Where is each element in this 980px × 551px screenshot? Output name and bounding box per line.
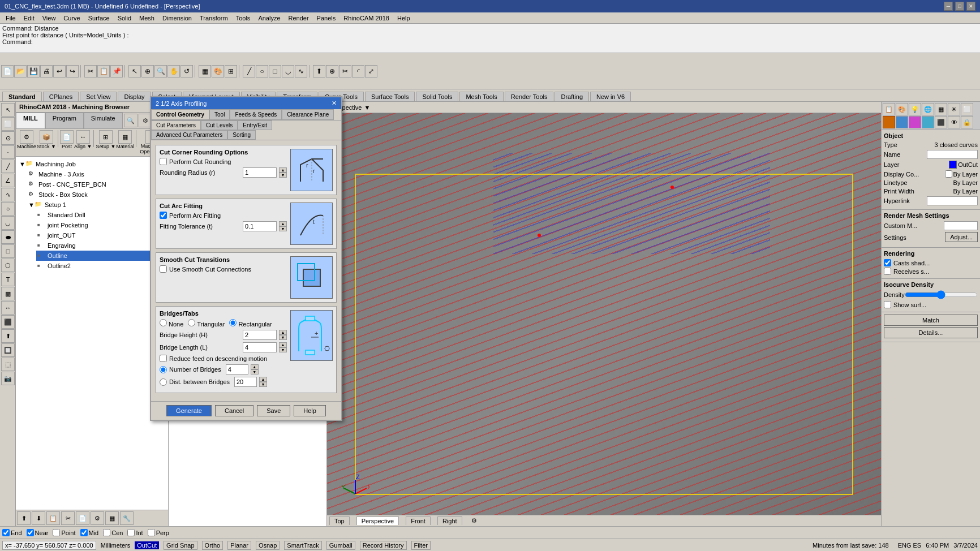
perspective-dropdown-icon[interactable]: ▼ bbox=[364, 104, 370, 111]
menu-help[interactable]: Help bbox=[394, 14, 414, 23]
menu-surface[interactable]: Surface bbox=[85, 14, 113, 23]
rcam-tab-simulate[interactable]: Simulate bbox=[84, 113, 123, 128]
tb-extrude[interactable]: ⬆ bbox=[313, 65, 325, 78]
setup-btn[interactable]: ⊞ bbox=[99, 130, 113, 144]
material-btn[interactable]: ▦ bbox=[118, 130, 132, 144]
stock-btn[interactable]: 📦 bbox=[40, 130, 53, 144]
vp-tab-front[interactable]: Front bbox=[406, 516, 431, 525]
match-button[interactable]: Match bbox=[884, 315, 978, 326]
post-btn[interactable]: 📄 bbox=[60, 130, 74, 144]
bh-spin-up[interactable]: ▲ bbox=[279, 330, 287, 335]
machine-btn[interactable]: ⚙ bbox=[20, 130, 33, 144]
snap-int-checkbox[interactable] bbox=[127, 529, 135, 536]
rcam-bottom-btn5[interactable]: 📄 bbox=[76, 511, 89, 525]
lv-dim[interactable]: ↔ bbox=[1, 301, 15, 315]
perform-rounding-checkbox[interactable] bbox=[160, 158, 167, 165]
rcam-search-btn[interactable]: 🔍 bbox=[124, 114, 137, 127]
rp-eye-icon[interactable]: 👁 bbox=[948, 116, 960, 128]
cancel-button[interactable]: Cancel bbox=[215, 405, 253, 416]
bridge-length-input[interactable] bbox=[243, 342, 277, 352]
none-radio-label[interactable]: None bbox=[160, 319, 183, 328]
vp-tab-top[interactable]: Top bbox=[329, 516, 350, 525]
tb-undo[interactable]: ↩ bbox=[53, 65, 66, 78]
show-surface-checkbox[interactable] bbox=[884, 301, 891, 308]
rp-properties-icon[interactable]: 📋 bbox=[883, 103, 895, 115]
nb-spin-up[interactable]: ▲ bbox=[251, 364, 259, 369]
tb-zoom-ext[interactable]: ⊕ bbox=[141, 65, 154, 78]
rp-color4-icon[interactable] bbox=[922, 116, 934, 128]
rp-color1-icon[interactable] bbox=[883, 116, 895, 128]
rounding-radius-input[interactable] bbox=[243, 167, 277, 178]
menu-view[interactable]: View bbox=[39, 14, 59, 23]
none-radio[interactable] bbox=[160, 319, 167, 326]
dlg-subtab-entry-exit[interactable]: Entry/Exit bbox=[238, 120, 272, 130]
rcam-tab-program[interactable]: Program bbox=[45, 113, 84, 128]
tb-copy[interactable]: 📋 bbox=[97, 65, 110, 78]
tree-item-setup1[interactable]: ▼ Setup 1 bbox=[27, 200, 166, 210]
rcam-bottom-btn2[interactable]: ⬇ bbox=[32, 511, 45, 525]
rp-sun-icon[interactable]: ☀ bbox=[948, 103, 960, 115]
fit-spin-down[interactable]: ▼ bbox=[279, 226, 287, 231]
hyperlink-input[interactable] bbox=[927, 196, 978, 205]
rcam-bottom-btn8[interactable]: 🔧 bbox=[120, 511, 134, 525]
rp-env-icon[interactable]: 🌐 bbox=[922, 103, 934, 115]
lv-circle[interactable]: ○ bbox=[1, 202, 15, 216]
tb-pan[interactable]: ✋ bbox=[167, 65, 180, 78]
dlg-subtab-cut-params[interactable]: Cut Parameters bbox=[151, 120, 201, 130]
tb-new[interactable]: 📄 bbox=[1, 65, 14, 78]
lv-mesh[interactable]: ⬚ bbox=[1, 358, 15, 371]
lv-point[interactable]: · bbox=[1, 145, 15, 159]
lv-polyline[interactable]: ∠ bbox=[1, 174, 15, 187]
tree-item-engraving[interactable]: Engraving bbox=[36, 240, 166, 251]
tb-zoom-in[interactable]: 🔍 bbox=[154, 65, 167, 78]
snap-near-checkbox[interactable] bbox=[27, 529, 34, 536]
menu-curve[interactable]: Curve bbox=[60, 14, 83, 23]
name-input[interactable] bbox=[927, 150, 978, 159]
menu-rhinocam[interactable]: RhinoCAM 2018 bbox=[340, 14, 393, 23]
rp-lock-icon[interactable]: 🔒 bbox=[961, 116, 973, 128]
tab-mesh-tools[interactable]: Mesh Tools bbox=[459, 92, 503, 101]
rp-gradient-icon[interactable]: ⬛ bbox=[935, 116, 947, 128]
db-spin-down[interactable]: ▼ bbox=[259, 382, 267, 387]
tb-curve[interactable]: ∿ bbox=[295, 65, 307, 78]
snap-perp-checkbox[interactable] bbox=[148, 529, 155, 536]
display-color-by-layer-check[interactable] bbox=[945, 170, 952, 178]
smarttrack-toggle[interactable]: SmartTrack bbox=[284, 541, 321, 550]
tb-arc[interactable]: ◡ bbox=[282, 65, 294, 78]
viewport-canvas[interactable]: X Y Z bbox=[327, 113, 881, 515]
tab-render-tools[interactable]: Render Tools bbox=[505, 92, 554, 101]
lv-line[interactable]: ╱ bbox=[1, 160, 15, 173]
tab-solid-tools[interactable]: Solid Tools bbox=[416, 92, 458, 101]
lv-lasso[interactable]: ⊙ bbox=[1, 131, 15, 145]
tree-item-joint-pocketing[interactable]: joint Pocketing bbox=[36, 220, 166, 230]
filter-toggle[interactable]: Filter bbox=[411, 541, 431, 550]
tree-item-joint-out[interactable]: joint_OUT bbox=[36, 230, 166, 240]
tree-item-outline[interactable]: Outline bbox=[36, 251, 166, 261]
rcam-bottom-btn1[interactable]: ⬆ bbox=[17, 511, 31, 525]
lv-text[interactable]: T bbox=[1, 273, 15, 286]
lv-ellipse[interactable]: ⬬ bbox=[1, 230, 15, 244]
tb-paste[interactable]: 📌 bbox=[110, 65, 123, 78]
ortho-toggle[interactable]: Ortho bbox=[202, 541, 223, 550]
lv-surface[interactable]: ⬛ bbox=[1, 315, 15, 329]
snap-cen-checkbox[interactable] bbox=[103, 529, 110, 536]
rp-safe-frame-icon[interactable]: ⬜ bbox=[961, 103, 973, 115]
record-history-toggle[interactable]: Record History bbox=[360, 541, 407, 550]
tb-redo[interactable]: ↪ bbox=[66, 65, 79, 78]
menu-dimension[interactable]: Dimension bbox=[159, 14, 195, 23]
rcam-bottom-btn7[interactable]: ▦ bbox=[105, 511, 119, 525]
maximize-btn[interactable]: □ bbox=[955, 2, 964, 11]
tb-line[interactable]: ╱ bbox=[243, 65, 255, 78]
tb-rotate[interactable]: ↺ bbox=[180, 65, 193, 78]
spin-up[interactable]: ▲ bbox=[279, 167, 287, 173]
dlg-tab-tool[interactable]: Tool bbox=[209, 109, 230, 120]
dialog-title-bar[interactable]: 2 1/2 Axis Profiling ✕ bbox=[151, 97, 341, 109]
gumball-toggle[interactable]: Gumball bbox=[326, 541, 355, 550]
nb-spin-down[interactable]: ▼ bbox=[251, 369, 259, 374]
rp-color3-icon[interactable] bbox=[909, 116, 921, 128]
tb-material[interactable]: 🎨 bbox=[212, 65, 224, 78]
tb-boolean[interactable]: ⊕ bbox=[326, 65, 338, 78]
generate-button[interactable]: Generate bbox=[166, 405, 212, 416]
rp-color2-icon[interactable] bbox=[896, 116, 908, 128]
tb-trim[interactable]: ✂ bbox=[339, 65, 351, 78]
